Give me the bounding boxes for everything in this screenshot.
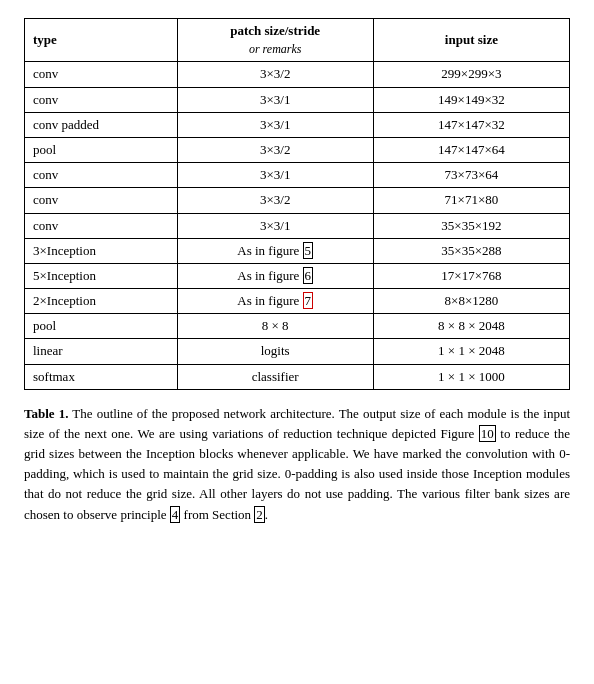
table-row: conv3×3/271×71×80 xyxy=(25,188,570,213)
table-row: 3×InceptionAs in figure 535×35×288 xyxy=(25,238,570,263)
table-row: pool3×3/2147×147×64 xyxy=(25,137,570,162)
type-label: type xyxy=(33,32,57,47)
cell-type: softmax xyxy=(25,364,178,389)
cell-patch: 3×3/1 xyxy=(177,87,373,112)
ref-4: 4 xyxy=(170,506,181,523)
cell-patch: As in figure 7 xyxy=(177,289,373,314)
cell-type: linear xyxy=(25,339,178,364)
patch-label-sub: or remarks xyxy=(249,42,302,56)
table-row: conv3×3/2299×299×3 xyxy=(25,62,570,87)
cell-patch: 3×3/2 xyxy=(177,188,373,213)
cell-type: 5×Inception xyxy=(25,263,178,288)
caption-text3: from Section xyxy=(180,507,254,522)
col-patch-header: patch size/stride or remarks xyxy=(177,19,373,62)
cell-patch: classifier xyxy=(177,364,373,389)
cell-input: 17×17×768 xyxy=(373,263,569,288)
patch-label-main: patch size/stride xyxy=(230,23,320,38)
cell-input: 149×149×32 xyxy=(373,87,569,112)
cell-type: conv xyxy=(25,62,178,87)
cell-type: 3×Inception xyxy=(25,238,178,263)
table-row: conv padded3×3/1147×147×32 xyxy=(25,112,570,137)
cell-patch: 3×3/2 xyxy=(177,137,373,162)
table-caption: Table 1. The outline of the proposed net… xyxy=(24,404,570,525)
cell-input: 147×147×64 xyxy=(373,137,569,162)
cell-patch: 3×3/1 xyxy=(177,112,373,137)
cell-patch: As in figure 6 xyxy=(177,263,373,288)
cell-input: 71×71×80 xyxy=(373,188,569,213)
input-label: input size xyxy=(445,32,498,47)
table-row: softmaxclassifier1 × 1 × 1000 xyxy=(25,364,570,389)
cell-patch: 3×3/1 xyxy=(177,163,373,188)
cell-patch: As in figure 5 xyxy=(177,238,373,263)
cell-type: conv xyxy=(25,188,178,213)
cell-type: conv padded xyxy=(25,112,178,137)
cell-type: conv xyxy=(25,87,178,112)
table-row: 2×InceptionAs in figure 78×8×1280 xyxy=(25,289,570,314)
cell-type: 2×Inception xyxy=(25,289,178,314)
cell-patch: logits xyxy=(177,339,373,364)
table-row: conv3×3/173×73×64 xyxy=(25,163,570,188)
cell-patch: 3×3/2 xyxy=(177,62,373,87)
cell-patch: 8 × 8 xyxy=(177,314,373,339)
cell-input: 1 × 1 × 1000 xyxy=(373,364,569,389)
ref-2: 2 xyxy=(254,506,265,523)
cell-input: 147×147×32 xyxy=(373,112,569,137)
architecture-table: type patch size/stride or remarks input … xyxy=(24,18,570,390)
caption-text4: . xyxy=(265,507,268,522)
cell-input: 8 × 8 × 2048 xyxy=(373,314,569,339)
cell-input: 35×35×288 xyxy=(373,238,569,263)
cell-input: 8×8×1280 xyxy=(373,289,569,314)
table-row: conv3×3/135×35×192 xyxy=(25,213,570,238)
ref-10: 10 xyxy=(479,425,496,442)
cell-type: conv xyxy=(25,163,178,188)
cell-type: pool xyxy=(25,314,178,339)
table-row: conv3×3/1149×149×32 xyxy=(25,87,570,112)
table-row: 5×InceptionAs in figure 617×17×768 xyxy=(25,263,570,288)
cell-input: 73×73×64 xyxy=(373,163,569,188)
cell-input: 1 × 1 × 2048 xyxy=(373,339,569,364)
table-row: linearlogits1 × 1 × 2048 xyxy=(25,339,570,364)
col-type-header: type xyxy=(25,19,178,62)
cell-type: conv xyxy=(25,213,178,238)
table-row: pool8 × 88 × 8 × 2048 xyxy=(25,314,570,339)
cell-input: 35×35×192 xyxy=(373,213,569,238)
caption-label: Table 1. xyxy=(24,406,68,421)
cell-patch: 3×3/1 xyxy=(177,213,373,238)
cell-type: pool xyxy=(25,137,178,162)
col-input-header: input size xyxy=(373,19,569,62)
cell-input: 299×299×3 xyxy=(373,62,569,87)
